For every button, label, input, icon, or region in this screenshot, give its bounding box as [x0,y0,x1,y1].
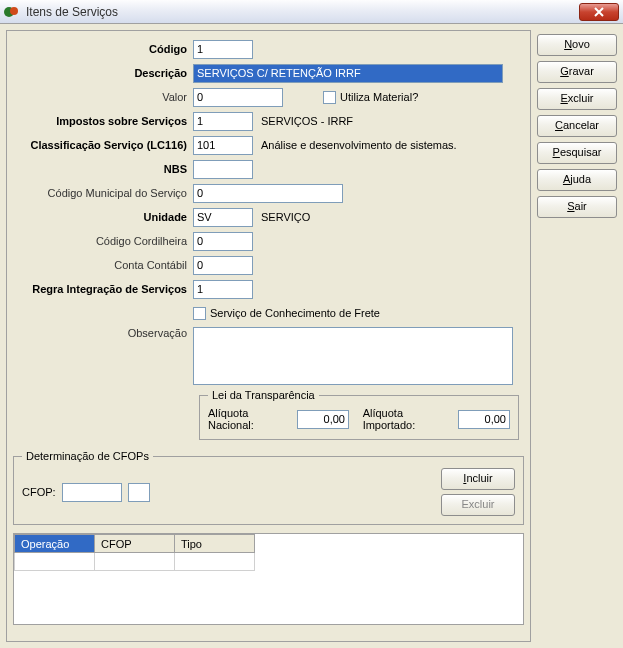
cod-mun-label: Código Municipal do Serviço [13,187,193,199]
aliq-nac-input[interactable] [297,410,349,429]
cfop-label: CFOP: [22,486,56,498]
nbs-label: NBS [13,163,193,175]
aliq-imp-label: Alíquota Importado: [363,407,454,431]
col-operacao[interactable]: Operação [15,535,95,553]
nbs-input[interactable] [193,160,253,179]
transparencia-group: Lei da Transparência Alíquota Nacional: … [199,389,519,440]
codigo-input[interactable] [193,40,253,59]
svg-point-1 [10,7,18,15]
table-row[interactable] [15,553,255,571]
aliq-imp-input[interactable] [458,410,510,429]
descricao-input[interactable] [193,64,503,83]
regra-label: Regra Integração de Serviços [13,283,193,295]
unidade-desc: SERVIÇO [253,211,310,223]
utiliza-material-label: Utiliza Material? [340,91,418,103]
impostos-desc: SERVIÇOS - IRRF [253,115,353,127]
cordilheira-label: Código Cordilheira [13,235,193,247]
pesquisar-button[interactable]: Pesquisar [537,142,617,164]
frete-checkbox[interactable] [193,307,206,320]
cod-mun-input[interactable] [193,184,343,203]
impostos-input[interactable] [193,112,253,131]
cfop-incluir-button[interactable]: Incluir [441,468,515,490]
col-cfop[interactable]: CFOP [95,535,175,553]
observacao-textarea[interactable] [193,327,513,385]
transparencia-legend: Lei da Transparência [208,389,319,401]
regra-input[interactable] [193,280,253,299]
obs-label: Observação [13,327,193,339]
titlebar: Itens de Serviços [0,0,623,24]
ajuda-button[interactable]: Ajuda [537,169,617,191]
valor-input[interactable] [193,88,283,107]
descricao-label: Descrição [13,67,193,79]
cfop-table-wrap: Operação CFOP Tipo [13,533,524,625]
utiliza-material-checkbox[interactable] [323,91,336,104]
unidade-label: Unidade [13,211,193,223]
col-tipo[interactable]: Tipo [175,535,255,553]
aliq-nac-label: Alíquota Nacional: [208,407,293,431]
classif-label: Classificação Serviço (LC116) [13,139,193,151]
cfop-group: Determinação de CFOPs CFOP: Incluir Excl… [13,450,524,525]
app-icon [4,4,20,20]
conta-input[interactable] [193,256,253,275]
cfop-input[interactable] [62,483,122,502]
frete-label: Serviço de Conhecimento de Frete [210,307,380,319]
cfop-aux-input[interactable] [128,483,150,502]
impostos-label: Impostos sobre Serviços [13,115,193,127]
valor-label: Valor [13,91,193,103]
sidebar: Novo Gravar Excluir Cancelar Pesquisar A… [537,30,617,642]
cfop-table[interactable]: Operação CFOP Tipo [14,534,255,571]
cfop-legend: Determinação de CFOPs [22,450,153,462]
sair-button[interactable]: Sair [537,196,617,218]
cfop-excluir-button[interactable]: Excluir [441,494,515,516]
unidade-input[interactable] [193,208,253,227]
gravar-button[interactable]: Gravar [537,61,617,83]
classif-input[interactable] [193,136,253,155]
novo-button[interactable]: Novo [537,34,617,56]
window-title: Itens de Serviços [26,5,579,19]
close-button[interactable] [579,3,619,21]
main-panel: Código Descrição Valor Utiliza Material?… [6,30,531,642]
classif-desc: Análise e desenvolvimento de sistemas. [253,139,457,151]
excluir-button[interactable]: Excluir [537,88,617,110]
cancelar-button[interactable]: Cancelar [537,115,617,137]
cordilheira-input[interactable] [193,232,253,251]
codigo-label: Código [13,43,193,55]
conta-label: Conta Contábil [13,259,193,271]
